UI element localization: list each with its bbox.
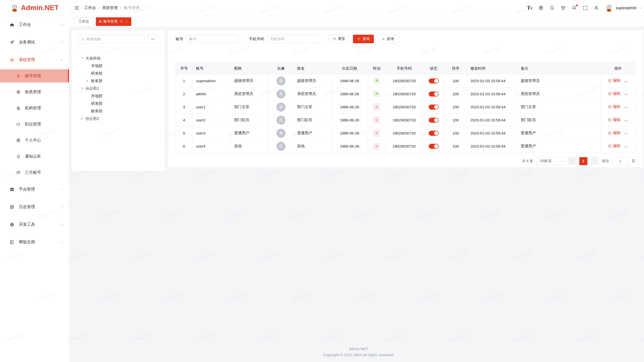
status-toggle[interactable] — [429, 144, 439, 149]
status-toggle[interactable] — [429, 92, 439, 97]
more-actions-button[interactable] — [624, 119, 628, 123]
page-number-button[interactable]: 1 — [579, 157, 587, 165]
goto-page-input[interactable] — [612, 157, 628, 165]
column-header: 修改时间 — [467, 63, 517, 74]
close-icon[interactable] — [125, 20, 128, 23]
sidebar-item-account-management[interactable]: 账号管理 — [0, 69, 69, 82]
sidebar-item-label: 系统管理 — [19, 57, 60, 63]
sidebar-item-business-test[interactable]: 业务测试 — [0, 35, 69, 49]
fullscreen-button[interactable] — [583, 5, 588, 11]
cell-birth: 1986-06-28 — [331, 127, 368, 140]
language-button[interactable] — [538, 5, 544, 11]
app-screen: Admin.NETAdmin.NETAdmin.NETAdmin.NETAdmi… — [0, 0, 644, 362]
tree-node[interactable]: 研发部 — [81, 100, 165, 107]
edit-button[interactable]: 编辑 — [608, 117, 621, 122]
sidebar-item-log-management[interactable]: 日志管理 — [0, 200, 69, 214]
menu-search-button[interactable] — [549, 5, 555, 11]
caret-down-icon[interactable] — [81, 88, 86, 89]
phone-filter-input[interactable] — [267, 35, 320, 43]
more-actions-button[interactable] — [624, 93, 628, 97]
reset-button[interactable]: 重置 — [329, 35, 349, 43]
more-actions-button[interactable] — [624, 106, 628, 110]
sidebar-item-personal-center[interactable]: 个人中心 — [0, 134, 69, 147]
sidebar-item-workbench[interactable]: 工作台 — [0, 18, 69, 32]
more-actions-button[interactable] — [624, 132, 628, 136]
edit-button[interactable]: 编辑 — [608, 144, 621, 148]
tree-node[interactable]: 分公司1 — [81, 85, 165, 92]
notification-button[interactable] — [572, 5, 577, 11]
sidebar-item-position-management[interactable]: 职位管理 — [0, 118, 69, 131]
tab-workbench[interactable]: 工作台 — [74, 17, 93, 26]
sidebar-item-dev-tools[interactable]: 开发工具 — [0, 217, 69, 232]
user-settings-button[interactable] — [594, 5, 599, 11]
font-size-button[interactable]: TT — [527, 5, 533, 11]
tree-node[interactable]: 分公司2 — [81, 115, 165, 122]
page-size-select[interactable]: 10条/页 — [536, 157, 565, 165]
pagination: 共 6 条 10条/页 1 前往 页 — [176, 157, 635, 165]
cell-actions: 编辑 — [601, 101, 635, 114]
add-button[interactable]: 新增 — [377, 35, 398, 43]
status-toggle[interactable] — [429, 105, 439, 110]
breadcrumb: 工作台 / 系统管理 / 账号管理 — [84, 5, 139, 11]
page-size-value: 10条/页 — [540, 159, 552, 163]
account-filter-input[interactable] — [186, 35, 239, 43]
tab-account-management[interactable]: 账号管理 — [96, 17, 131, 26]
next-page-button[interactable] — [591, 157, 599, 165]
tree-node[interactable]: 市场部 — [81, 92, 165, 100]
prev-page-button[interactable] — [568, 157, 576, 165]
more-actions-button[interactable] — [624, 79, 628, 83]
cell-avatar: 超 — [268, 74, 294, 87]
status-toggle[interactable] — [429, 131, 439, 136]
tree-node[interactable]: 财务部 — [81, 77, 165, 85]
avatar: 部 — [276, 116, 286, 125]
cell-nickname: 超级管理员 — [231, 74, 268, 87]
user-menu[interactable]: superadmin — [605, 4, 642, 12]
cell-account: user1 — [192, 101, 231, 114]
chevron-down-icon — [60, 23, 63, 26]
breadcrumb-item[interactable]: 系统管理 — [102, 5, 118, 11]
tree-more-button[interactable] — [147, 35, 158, 43]
cell-remark: 部门主管 — [517, 101, 601, 114]
org-search-input[interactable] — [87, 37, 142, 41]
cell-remark: 系统管理员 — [517, 87, 601, 101]
sidebar-item-system-management[interactable]: 系统管理 — [0, 53, 69, 67]
cell-status — [423, 127, 445, 140]
send-icon — [10, 40, 14, 45]
collapse-menu-button[interactable] — [74, 5, 79, 11]
cell-modified: 2023-01-03 10:59:44 — [467, 127, 517, 140]
edit-button[interactable]: 编辑 — [608, 130, 621, 135]
sidebar-item-role-management[interactable]: 角色管理 — [0, 85, 69, 99]
sidebar-item-platform-management[interactable]: 平台管理 — [0, 182, 69, 196]
cell-gender: 女 — [368, 140, 386, 153]
breadcrumb-item[interactable]: 工作台 — [84, 5, 96, 11]
tree-node[interactable]: 财务部 — [81, 107, 165, 115]
tree-node[interactable]: 研发部 — [81, 70, 165, 77]
status-toggle[interactable] — [429, 118, 439, 123]
caret-right-icon[interactable] — [81, 117, 86, 120]
chevron-down-icon — [60, 223, 63, 226]
edit-button[interactable]: 编辑 — [608, 91, 621, 96]
caret-down-icon[interactable] — [81, 58, 86, 59]
caret-right-icon[interactable] — [87, 80, 91, 82]
system-management-submenu: 账号管理 角色管理 机构管理 职位管理 个人中心 — [0, 69, 69, 179]
sidebar-item-org-management[interactable]: 机构管理 — [0, 102, 69, 115]
cell-birth: 1986-06-28 — [331, 101, 368, 114]
column-header: 头像 — [268, 63, 294, 74]
more-actions-button[interactable] — [624, 145, 628, 149]
cell-index: 5 — [176, 127, 192, 140]
sidebar-item-third-party-account[interactable]: 三方账号 — [0, 166, 69, 179]
cell-remark: 部门职员 — [517, 114, 601, 127]
refresh-icon[interactable] — [119, 20, 123, 23]
edit-button[interactable]: 编辑 — [608, 78, 621, 83]
cell-status — [423, 101, 445, 114]
sidebar-item-help-docs[interactable]: 帮助文档 — [0, 235, 69, 249]
sidebar-item-notice[interactable]: 通知公告 — [0, 150, 69, 163]
status-toggle[interactable] — [429, 78, 439, 83]
tree-node[interactable]: 大名科技 — [81, 55, 165, 62]
edit-button[interactable]: 编辑 — [608, 104, 621, 109]
theme-button[interactable] — [560, 5, 566, 11]
tree-node[interactable]: 市场部 — [81, 62, 165, 70]
gender-badge: 女 — [373, 117, 380, 123]
cell-order: 100 — [445, 127, 467, 140]
query-button[interactable]: 查询 — [353, 35, 374, 43]
